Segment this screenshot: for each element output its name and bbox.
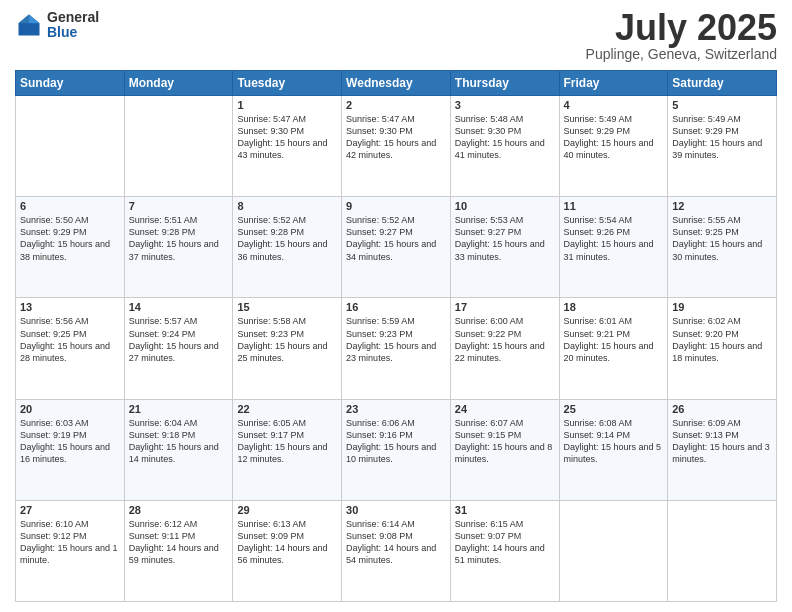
day-info: Sunrise: 6:07 AM Sunset: 9:15 PM Dayligh… (455, 417, 555, 466)
day-info: Sunrise: 5:52 AM Sunset: 9:28 PM Dayligh… (237, 214, 337, 263)
page: General Blue July 2025 Puplinge, Geneva,… (0, 0, 792, 612)
header-thursday: Thursday (450, 71, 559, 96)
table-row: 28Sunrise: 6:12 AM Sunset: 9:11 PM Dayli… (124, 500, 233, 601)
svg-marker-1 (29, 15, 40, 24)
day-number: 28 (129, 504, 229, 516)
logo-general-text: General (47, 10, 99, 25)
day-number: 10 (455, 200, 555, 212)
title-block: July 2025 Puplinge, Geneva, Switzerland (586, 10, 777, 62)
day-number: 3 (455, 99, 555, 111)
table-row: 10Sunrise: 5:53 AM Sunset: 9:27 PM Dayli… (450, 197, 559, 298)
day-info: Sunrise: 6:05 AM Sunset: 9:17 PM Dayligh… (237, 417, 337, 466)
day-info: Sunrise: 6:12 AM Sunset: 9:11 PM Dayligh… (129, 518, 229, 567)
day-info: Sunrise: 6:01 AM Sunset: 9:21 PM Dayligh… (564, 315, 664, 364)
day-number: 20 (20, 403, 120, 415)
calendar-week-5: 27Sunrise: 6:10 AM Sunset: 9:12 PM Dayli… (16, 500, 777, 601)
day-number: 26 (672, 403, 772, 415)
day-number: 1 (237, 99, 337, 111)
table-row: 18Sunrise: 6:01 AM Sunset: 9:21 PM Dayli… (559, 298, 668, 399)
logo: General Blue (15, 10, 99, 41)
day-info: Sunrise: 6:08 AM Sunset: 9:14 PM Dayligh… (564, 417, 664, 466)
day-info: Sunrise: 6:03 AM Sunset: 9:19 PM Dayligh… (20, 417, 120, 466)
day-number: 13 (20, 301, 120, 313)
day-info: Sunrise: 5:55 AM Sunset: 9:25 PM Dayligh… (672, 214, 772, 263)
table-row: 30Sunrise: 6:14 AM Sunset: 9:08 PM Dayli… (342, 500, 451, 601)
table-row: 21Sunrise: 6:04 AM Sunset: 9:18 PM Dayli… (124, 399, 233, 500)
header-tuesday: Tuesday (233, 71, 342, 96)
calendar-week-3: 13Sunrise: 5:56 AM Sunset: 9:25 PM Dayli… (16, 298, 777, 399)
day-number: 17 (455, 301, 555, 313)
table-row: 1Sunrise: 5:47 AM Sunset: 9:30 PM Daylig… (233, 96, 342, 197)
day-info: Sunrise: 6:02 AM Sunset: 9:20 PM Dayligh… (672, 315, 772, 364)
day-info: Sunrise: 5:48 AM Sunset: 9:30 PM Dayligh… (455, 113, 555, 162)
day-number: 27 (20, 504, 120, 516)
day-info: Sunrise: 5:47 AM Sunset: 9:30 PM Dayligh… (237, 113, 337, 162)
table-row: 3Sunrise: 5:48 AM Sunset: 9:30 PM Daylig… (450, 96, 559, 197)
day-info: Sunrise: 5:50 AM Sunset: 9:29 PM Dayligh… (20, 214, 120, 263)
day-info: Sunrise: 5:47 AM Sunset: 9:30 PM Dayligh… (346, 113, 446, 162)
table-row: 12Sunrise: 5:55 AM Sunset: 9:25 PM Dayli… (668, 197, 777, 298)
day-info: Sunrise: 6:13 AM Sunset: 9:09 PM Dayligh… (237, 518, 337, 567)
day-info: Sunrise: 6:04 AM Sunset: 9:18 PM Dayligh… (129, 417, 229, 466)
table-row: 26Sunrise: 6:09 AM Sunset: 9:13 PM Dayli… (668, 399, 777, 500)
day-number: 18 (564, 301, 664, 313)
table-row (16, 96, 125, 197)
day-number: 12 (672, 200, 772, 212)
day-info: Sunrise: 6:10 AM Sunset: 9:12 PM Dayligh… (20, 518, 120, 567)
table-row: 8Sunrise: 5:52 AM Sunset: 9:28 PM Daylig… (233, 197, 342, 298)
table-row (124, 96, 233, 197)
day-info: Sunrise: 5:49 AM Sunset: 9:29 PM Dayligh… (564, 113, 664, 162)
day-number: 23 (346, 403, 446, 415)
table-row: 31Sunrise: 6:15 AM Sunset: 9:07 PM Dayli… (450, 500, 559, 601)
day-info: Sunrise: 6:00 AM Sunset: 9:22 PM Dayligh… (455, 315, 555, 364)
table-row: 15Sunrise: 5:58 AM Sunset: 9:23 PM Dayli… (233, 298, 342, 399)
day-number: 22 (237, 403, 337, 415)
day-info: Sunrise: 5:58 AM Sunset: 9:23 PM Dayligh… (237, 315, 337, 364)
day-info: Sunrise: 6:09 AM Sunset: 9:13 PM Dayligh… (672, 417, 772, 466)
calendar-week-2: 6Sunrise: 5:50 AM Sunset: 9:29 PM Daylig… (16, 197, 777, 298)
day-info: Sunrise: 5:53 AM Sunset: 9:27 PM Dayligh… (455, 214, 555, 263)
table-row: 23Sunrise: 6:06 AM Sunset: 9:16 PM Dayli… (342, 399, 451, 500)
table-row: 17Sunrise: 6:00 AM Sunset: 9:22 PM Dayli… (450, 298, 559, 399)
header: General Blue July 2025 Puplinge, Geneva,… (15, 10, 777, 62)
day-info: Sunrise: 5:56 AM Sunset: 9:25 PM Dayligh… (20, 315, 120, 364)
day-number: 19 (672, 301, 772, 313)
table-row: 4Sunrise: 5:49 AM Sunset: 9:29 PM Daylig… (559, 96, 668, 197)
table-row (559, 500, 668, 601)
day-number: 14 (129, 301, 229, 313)
day-number: 29 (237, 504, 337, 516)
calendar-week-4: 20Sunrise: 6:03 AM Sunset: 9:19 PM Dayli… (16, 399, 777, 500)
calendar-header-row: Sunday Monday Tuesday Wednesday Thursday… (16, 71, 777, 96)
day-number: 15 (237, 301, 337, 313)
table-row (668, 500, 777, 601)
table-row: 27Sunrise: 6:10 AM Sunset: 9:12 PM Dayli… (16, 500, 125, 601)
day-info: Sunrise: 5:59 AM Sunset: 9:23 PM Dayligh… (346, 315, 446, 364)
day-info: Sunrise: 5:54 AM Sunset: 9:26 PM Dayligh… (564, 214, 664, 263)
table-row: 11Sunrise: 5:54 AM Sunset: 9:26 PM Dayli… (559, 197, 668, 298)
logo-blue-text: Blue (47, 25, 99, 40)
table-row: 16Sunrise: 5:59 AM Sunset: 9:23 PM Dayli… (342, 298, 451, 399)
calendar-week-1: 1Sunrise: 5:47 AM Sunset: 9:30 PM Daylig… (16, 96, 777, 197)
day-number: 8 (237, 200, 337, 212)
header-wednesday: Wednesday (342, 71, 451, 96)
table-row: 24Sunrise: 6:07 AM Sunset: 9:15 PM Dayli… (450, 399, 559, 500)
day-number: 24 (455, 403, 555, 415)
location-subtitle: Puplinge, Geneva, Switzerland (586, 46, 777, 62)
logo-text: General Blue (47, 10, 99, 41)
day-info: Sunrise: 5:51 AM Sunset: 9:28 PM Dayligh… (129, 214, 229, 263)
day-info: Sunrise: 5:52 AM Sunset: 9:27 PM Dayligh… (346, 214, 446, 263)
day-number: 4 (564, 99, 664, 111)
table-row: 5Sunrise: 5:49 AM Sunset: 9:29 PM Daylig… (668, 96, 777, 197)
table-row: 22Sunrise: 6:05 AM Sunset: 9:17 PM Dayli… (233, 399, 342, 500)
header-saturday: Saturday (668, 71, 777, 96)
month-title: July 2025 (586, 10, 777, 46)
day-number: 5 (672, 99, 772, 111)
table-row: 13Sunrise: 5:56 AM Sunset: 9:25 PM Dayli… (16, 298, 125, 399)
header-sunday: Sunday (16, 71, 125, 96)
table-row: 2Sunrise: 5:47 AM Sunset: 9:30 PM Daylig… (342, 96, 451, 197)
day-number: 9 (346, 200, 446, 212)
svg-marker-2 (19, 15, 30, 24)
day-info: Sunrise: 6:06 AM Sunset: 9:16 PM Dayligh… (346, 417, 446, 466)
table-row: 7Sunrise: 5:51 AM Sunset: 9:28 PM Daylig… (124, 197, 233, 298)
day-info: Sunrise: 5:49 AM Sunset: 9:29 PM Dayligh… (672, 113, 772, 162)
